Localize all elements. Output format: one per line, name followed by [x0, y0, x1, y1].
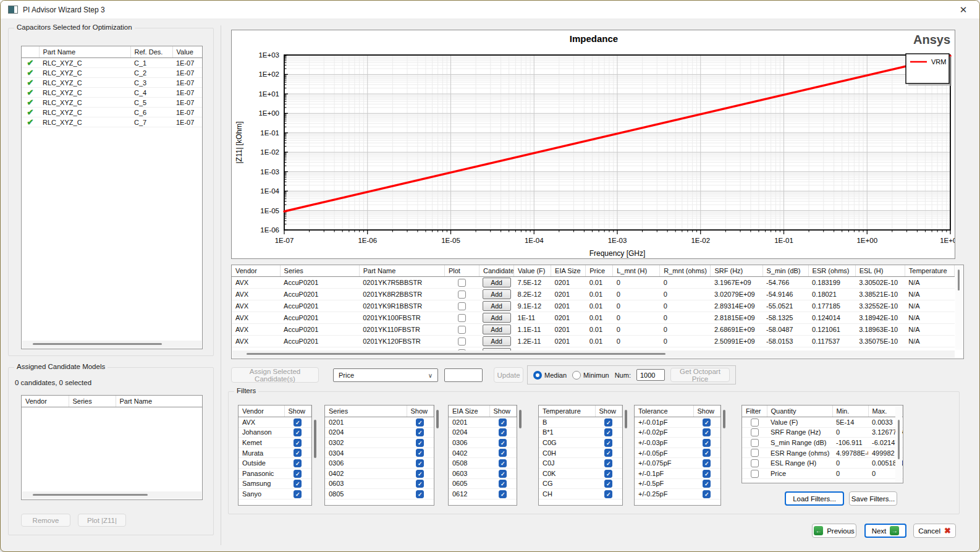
show-checkbox[interactable]: ✓ [294, 459, 302, 467]
candidate-row[interactable]: AVXAccuP02010201YK110FBSTR Add 1.1E-1102… [232, 324, 955, 336]
filter-item-row[interactable]: Sanyo✓ [239, 489, 311, 499]
filter-item-row[interactable]: 0201✓ [449, 417, 517, 428]
capacitor-row[interactable]: ✔ RLC_XYZ_C C_7 1E-07 [22, 117, 202, 127]
column-header[interactable]: Candidate [479, 265, 513, 277]
filter-item-row[interactable]: 0304✓ [325, 448, 434, 458]
show-checkbox[interactable]: ✓ [294, 418, 302, 427]
sort-value-input[interactable] [444, 368, 483, 382]
range-filter-row[interactable]: ESR Range (ohms)4.99788E-05499982 [742, 448, 903, 458]
column-header[interactable]: Temperature [905, 265, 954, 277]
show-checkbox[interactable]: ✓ [416, 470, 424, 478]
show-checkbox[interactable]: ✓ [703, 418, 711, 427]
range-filter-checkbox[interactable] [751, 428, 759, 436]
show-checkbox[interactable]: ✓ [416, 459, 424, 467]
range-filter-checkbox[interactable] [751, 459, 759, 467]
column-header[interactable]: Vendor [232, 265, 280, 277]
close-button[interactable]: ✕ [955, 4, 972, 15]
show-checkbox[interactable]: ✓ [499, 470, 507, 478]
range-filter-row[interactable]: S_min Range (dB)-106.911-6.02147 [742, 438, 903, 448]
column-header[interactable]: Tolerance [635, 406, 693, 417]
range-filter-row[interactable]: ESL Range (H)00.00518712 [742, 458, 903, 469]
show-checkbox[interactable]: ✓ [416, 449, 424, 457]
filter-item-row[interactable]: 0605✓ [449, 478, 517, 489]
load-filters-button[interactable]: Load Filters... [785, 491, 844, 506]
plot-checkbox[interactable] [458, 291, 466, 299]
get-octopart-price-button[interactable]: Get Octopart Price [670, 368, 730, 382]
filter-list-tolerance[interactable]: ToleranceShow+/-0.01pF✓+/-0.02pF✓+/-0.03… [634, 405, 721, 506]
filter-item-row[interactable]: 0306✓ [325, 458, 434, 469]
filter-item-row[interactable]: +/-0.1pF✓ [635, 468, 720, 478]
column-header[interactable]: L_mnt (H) [613, 265, 660, 277]
show-checkbox[interactable]: ✓ [604, 428, 612, 436]
show-checkbox[interactable]: ✓ [294, 428, 302, 436]
filter-item-row[interactable]: 0302✓ [325, 438, 434, 448]
column-header[interactable]: SRF (Hz) [711, 265, 762, 277]
num-input[interactable] [636, 369, 665, 381]
range-filter-row[interactable]: SRF Range (Hz)03.12677E+10 [742, 427, 903, 438]
assigned-hscrollbar[interactable] [22, 491, 201, 499]
candidate-row[interactable]: AVXAccuP02010201YK120FBSTR Add 1.2E-1102… [232, 336, 955, 347]
column-header[interactable]: Vendor [239, 406, 284, 417]
show-checkbox[interactable]: ✓ [604, 439, 612, 447]
filter-item-row[interactable]: 0306✓ [449, 438, 517, 448]
filter-item-row[interactable]: 0402✓ [325, 468, 434, 478]
filter-item-row[interactable]: 0603✓ [325, 478, 434, 489]
column-header[interactable]: Show [407, 406, 434, 417]
filter-item-row[interactable]: C0K✓ [539, 468, 622, 478]
sort-by-select[interactable]: Price ∨ [333, 368, 438, 382]
column-header[interactable]: S_min (dB) [762, 265, 808, 277]
column-header[interactable]: Value (F) [514, 265, 551, 277]
plot-checkbox[interactable] [458, 326, 466, 334]
filter-list-vendor[interactable]: VendorShowAVX✓Johanson✓Kemet✓Murata✓Outs… [238, 405, 312, 506]
show-checkbox[interactable]: ✓ [294, 449, 302, 457]
capacitor-row[interactable]: ✔ RLC_XYZ_C C_4 1E-07 [22, 88, 202, 98]
candidate-row[interactable]: AVXAccuP02010201YK100FBSTR Add 1E-110201… [232, 312, 955, 324]
filter-item-row[interactable]: Outside✓ [239, 458, 311, 469]
filter-item-row[interactable]: +/-0.03pF✓ [635, 438, 720, 448]
show-checkbox[interactable]: ✓ [703, 428, 711, 436]
candidates-hscrollbar[interactable] [232, 350, 955, 358]
show-checkbox[interactable]: ✓ [604, 480, 612, 488]
filter-item-row[interactable]: +/-0.02pF✓ [635, 427, 720, 438]
update-button[interactable]: Update [494, 367, 523, 383]
show-checkbox[interactable]: ✓ [604, 418, 612, 427]
filter-item-row[interactable]: 0204✓ [325, 427, 434, 438]
filter-item-row[interactable]: Murata✓ [239, 448, 311, 458]
filter-list-scrollbar[interactable] [721, 405, 727, 506]
show-checkbox[interactable]: ✓ [499, 459, 507, 467]
range-filter-checkbox[interactable] [751, 449, 759, 457]
column-header[interactable]: Part Name [39, 46, 130, 58]
capacitor-row[interactable]: ✔ RLC_XYZ_C C_3 1E-07 [22, 78, 202, 88]
range-filter-checkbox[interactable] [751, 418, 759, 427]
filter-item-row[interactable]: 0201✓ [325, 417, 434, 428]
column-header[interactable]: ESL (H) [855, 265, 905, 277]
range-filter-row[interactable]: Price00 [742, 468, 903, 478]
filter-item-row[interactable]: B*1✓ [539, 427, 622, 438]
column-header[interactable]: Show [595, 406, 622, 417]
column-header[interactable]: Show [693, 406, 720, 417]
show-checkbox[interactable]: ✓ [499, 439, 507, 447]
filter-item-row[interactable]: B✓ [539, 417, 622, 428]
column-header[interactable]: EIA Size [551, 265, 586, 277]
filter-item-row[interactable]: 0508✓ [449, 458, 517, 469]
column-header[interactable]: Plot [444, 265, 479, 277]
filter-item-row[interactable]: CH✓ [539, 489, 622, 499]
filter-item-row[interactable]: 0805✓ [325, 489, 434, 499]
show-checkbox[interactable]: ✓ [703, 470, 711, 478]
column-header[interactable]: Value [172, 46, 202, 58]
column-header[interactable]: Part Name [116, 396, 202, 407]
show-checkbox[interactable]: ✓ [499, 449, 507, 457]
column-header[interactable]: Filter [742, 406, 767, 417]
filter-item-row[interactable]: C0H✓ [539, 448, 622, 458]
filter-list-series[interactable]: SeriesShow0201✓0204✓0302✓0304✓0306✓0402✓… [324, 405, 434, 506]
column-header[interactable]: Show [489, 406, 517, 417]
column-header[interactable]: Ref. Des. [130, 46, 172, 58]
column-header[interactable]: Show [284, 406, 311, 417]
show-checkbox[interactable]: ✓ [499, 418, 507, 427]
filter-list-scrollbar[interactable] [517, 405, 523, 506]
add-candidate-button[interactable]: Add [483, 301, 511, 311]
show-checkbox[interactable]: ✓ [703, 459, 711, 467]
remove-button[interactable]: Remove [21, 514, 70, 527]
column-header[interactable] [22, 46, 39, 58]
add-candidate-button[interactable]: Add [483, 289, 511, 299]
